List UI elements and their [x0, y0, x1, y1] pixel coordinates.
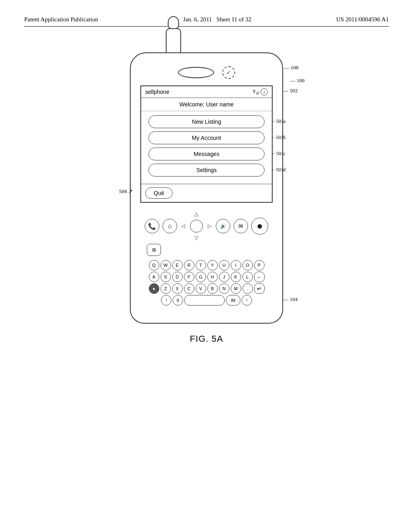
patent-header-center: Jan. 6, 2011 Sheet 11 of 32 — [183, 16, 252, 23]
key-w[interactable]: W — [161, 260, 171, 270]
screen-wrapper: sellphone Yal i Welcome: User name New L… — [139, 85, 274, 203]
screen-menu: New Listing ⌐ 503a My Account ⌐ 503b — [141, 111, 272, 184]
key-i[interactable]: I — [231, 260, 241, 270]
key-bullet[interactable]: ● — [149, 283, 159, 294]
key-0[interactable]: 0 — [173, 295, 183, 305]
antenna-tip — [168, 16, 179, 29]
label-503b: ⌐ 503b — [272, 135, 286, 141]
nav-row-1: 📞 ⌂ △ ▽ ◁ ▷ 🔊 ✉ — [139, 206, 274, 244]
keyboard-row-3: ● Z X C V B N M . ↵ — [142, 283, 271, 294]
phone-speaker — [178, 67, 214, 78]
patent-header-right: US 2011/0004596 A1 — [336, 16, 389, 23]
key-y[interactable]: Y — [207, 260, 218, 270]
key-o[interactable]: O — [242, 260, 253, 270]
label-503a: ⌐ 503a — [272, 118, 286, 125]
key-k[interactable]: K — [231, 272, 241, 282]
keyboard: Q W E R T Y U I O P A S — [139, 258, 274, 311]
sound-button[interactable]: 🔊 — [216, 219, 230, 233]
dpad-right[interactable]: ▷ — [208, 223, 212, 229]
key-shift-left[interactable]: ↑ — [161, 295, 171, 305]
info-circle-icon: i — [261, 88, 268, 96]
key-a[interactable]: A — [149, 272, 159, 282]
key-m[interactable]: M — [231, 283, 241, 294]
key-h[interactable]: H — [207, 272, 218, 282]
dpad-center[interactable] — [190, 220, 203, 233]
figure-caption: FIG. 5A — [190, 334, 223, 344]
key-b[interactable]: B — [207, 283, 218, 294]
grid-menu-button[interactable]: ⊞ — [147, 244, 161, 256]
person-button[interactable]: ☻ — [251, 218, 268, 235]
app-name: sellphone — [145, 89, 169, 95]
screen-label-502: — 502 — [283, 87, 298, 94]
screen-status: Yal i — [252, 88, 268, 96]
dpad-left[interactable]: ◁ — [181, 223, 185, 229]
key-shift-right[interactable]: ↑ — [242, 295, 252, 305]
key-v[interactable]: V — [196, 283, 206, 294]
key-r[interactable]: R — [184, 260, 194, 270]
welcome-text: Welcome: User name — [141, 98, 272, 111]
key-u[interactable]: U — [219, 260, 229, 270]
key-n[interactable]: N — [219, 283, 229, 294]
key-space[interactable] — [184, 295, 225, 305]
keyboard-label-104: — 104 — [283, 296, 298, 303]
label-503d: ⌐ 503d — [272, 167, 286, 173]
patent-header-left: Patent Application Publication — [24, 16, 98, 23]
nav-area-wrapper: — 104 📞 ⌂ △ ▽ ◁ ▷ � — [139, 206, 274, 311]
keyboard-row-1: Q W E R T Y U I O P — [142, 260, 271, 270]
key-period[interactable]: . — [242, 283, 253, 294]
home-button[interactable]: ⌂ — [163, 219, 177, 233]
messages-button[interactable]: Messages — [148, 148, 265, 160]
new-listing-button[interactable]: New Listing — [148, 115, 265, 128]
keyboard-row-2: A S D F G H J K L ← — [142, 272, 271, 282]
key-enter[interactable]: ↵ — [254, 283, 265, 294]
figure-area: — 100 ✓ — 108 sellphone Yal — [94, 32, 319, 344]
phone-top: ✓ — 108 — [139, 61, 274, 82]
key-j[interactable]: J — [219, 272, 229, 282]
nav-row-2: ⊞ — [139, 244, 274, 258]
dpad-up[interactable]: △ — [194, 211, 198, 217]
dpad: △ ▽ ◁ ▷ — [180, 210, 213, 242]
key-alt[interactable]: Alt — [226, 295, 240, 305]
my-account-button[interactable]: My Account — [148, 131, 265, 144]
key-f[interactable]: F — [184, 272, 194, 282]
phone-camera: ✓ — [222, 66, 235, 79]
key-x[interactable]: X — [172, 283, 183, 294]
patent-header: Patent Application Publication Jan. 6, 2… — [24, 16, 389, 27]
signal-bars: Yal — [252, 89, 259, 95]
phone-device: — 100 ✓ — 108 sellphone Yal — [130, 52, 283, 324]
key-d[interactable]: D — [172, 272, 183, 282]
keyboard-row-4: ↑ 0 Alt ↑ — [142, 295, 271, 305]
label-503c: ⌐ 503c — [272, 151, 286, 157]
mail-button[interactable]: ✉ — [234, 219, 248, 233]
screen-quit-area: Quit 504 ↗ — [141, 184, 272, 202]
key-t[interactable]: T — [196, 260, 206, 270]
key-l[interactable]: L — [242, 272, 253, 282]
key-e[interactable]: E — [172, 260, 183, 270]
key-z[interactable]: Z — [161, 283, 171, 294]
settings-button[interactable]: Settings — [148, 164, 265, 177]
dpad-down[interactable]: ▽ — [194, 235, 198, 241]
camera-label-108: — 108 — [284, 64, 298, 71]
key-backspace[interactable]: ← — [254, 272, 265, 282]
phone-screen: sellphone Yal i Welcome: User name New L… — [140, 85, 273, 203]
key-s[interactable]: S — [161, 272, 171, 282]
call-button[interactable]: 📞 — [145, 219, 159, 233]
key-q[interactable]: Q — [149, 260, 159, 270]
screen-header: sellphone Yal i — [141, 86, 272, 98]
quit-button[interactable]: Quit — [145, 187, 173, 199]
device-label-100: — 100 — [290, 77, 305, 84]
key-c[interactable]: C — [184, 283, 194, 294]
label-504: 504 ↗ — [119, 188, 133, 195]
key-p[interactable]: P — [254, 260, 265, 270]
key-g[interactable]: G — [196, 272, 206, 282]
